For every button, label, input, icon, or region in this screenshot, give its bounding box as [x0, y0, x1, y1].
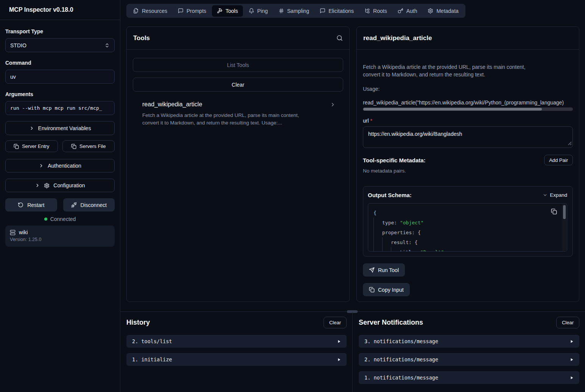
- expand-play-icon: [570, 339, 574, 344]
- code-line: {: [373, 208, 557, 218]
- transport-type-label: Transport Type: [5, 28, 115, 34]
- usage-label: Usage:: [363, 86, 573, 92]
- sidebar: MCP Inspector v0.18.0 Transport Type STD…: [0, 0, 120, 392]
- files-icon: [133, 8, 139, 14]
- restart-button[interactable]: Restart: [5, 198, 57, 212]
- arguments-input[interactable]: [5, 101, 115, 115]
- output-schema-code: { type: "object" properties: { result: {…: [368, 203, 567, 252]
- tab-metadata[interactable]: Metadata: [423, 5, 463, 17]
- chevron-right-icon: [29, 126, 34, 131]
- tree-icon: [364, 8, 370, 14]
- notification-item[interactable]: 1. notifications/message: [359, 371, 579, 384]
- tab-tools[interactable]: Tools: [212, 5, 243, 17]
- scrollbar-thumb[interactable]: [363, 108, 542, 110]
- notifications-title: Server Notifications: [359, 319, 423, 327]
- chevron-right-icon: [35, 183, 40, 188]
- search-icon[interactable]: [336, 35, 343, 41]
- detail-description: Fetch a Wikipedia article at the provide…: [363, 63, 573, 78]
- tab-prompts[interactable]: Prompts: [173, 5, 211, 17]
- message-square-icon: [178, 8, 184, 14]
- configuration-button[interactable]: Configuration: [5, 179, 115, 192]
- clear-history-button[interactable]: Clear: [324, 317, 347, 328]
- tool-name: read_wikipedia_article: [142, 101, 336, 108]
- server-entry-row: Server Entry Servers File: [5, 140, 115, 152]
- required-marker: *: [370, 118, 372, 124]
- bell-icon: [249, 8, 254, 14]
- chevrons-up-down-icon: [104, 43, 110, 48]
- code-line: title: "Result": [373, 247, 557, 252]
- expand-play-icon: [337, 339, 341, 344]
- transport-type-value: STDIO: [10, 42, 26, 48]
- output-schema-section: Output Schema: Expand { type: "object" p…: [363, 186, 573, 257]
- tool-detail-panel: read_wikipedia_article Fetch a Wikipedia…: [356, 26, 579, 302]
- run-tool-button[interactable]: Run Tool: [363, 263, 405, 277]
- url-input[interactable]: https://en.wikipedia.org/wiki/Bangladesh: [363, 126, 573, 148]
- app-title: MCP Inspector v0.18.0: [9, 6, 73, 13]
- history-item[interactable]: 1. initialize: [126, 353, 347, 366]
- tab-resources[interactable]: Resources: [128, 5, 172, 17]
- notification-item[interactable]: 3. notifications/message: [359, 335, 579, 348]
- tools-panel-title: Tools: [133, 34, 150, 42]
- tool-list-item[interactable]: read_wikipedia_article Fetch a Wikipedia…: [127, 101, 349, 127]
- send-icon: [369, 267, 375, 273]
- schema-vertical-scrollbar[interactable]: [562, 204, 566, 251]
- tab-elicitations[interactable]: Elicitations: [315, 5, 359, 17]
- tab-roots[interactable]: Roots: [359, 5, 392, 17]
- authentication-button[interactable]: Authentication: [5, 159, 115, 173]
- main-content: Resources Prompts Tools Ping Sampling El…: [120, 0, 585, 392]
- copy-icon: [71, 144, 76, 149]
- chevron-down-icon: [543, 193, 548, 198]
- hammer-icon: [217, 8, 222, 14]
- notification-item[interactable]: 2. notifications/message: [359, 353, 579, 366]
- transport-type-select[interactable]: STDIO: [5, 38, 115, 52]
- tools-panel: Tools List Tools Clear read_wikipedia_ar…: [126, 26, 350, 302]
- key-icon: [398, 8, 403, 14]
- copy-icon: [14, 144, 19, 149]
- message-square-icon: [320, 8, 325, 14]
- connection-actions-row: Restart Disconnect: [5, 198, 115, 212]
- scrollbar-thumb[interactable]: [563, 205, 566, 219]
- copy-input-button[interactable]: Copy Input: [363, 283, 410, 296]
- tab-ping[interactable]: Ping: [244, 5, 273, 17]
- expand-play-icon: [570, 376, 574, 380]
- disconnect-button[interactable]: Disconnect: [63, 198, 115, 212]
- arguments-label: Arguments: [5, 91, 115, 97]
- detail-panel-title: read_wikipedia_article: [363, 34, 432, 42]
- clear-notifications-button[interactable]: Clear: [556, 317, 579, 328]
- code-line: type: "object": [373, 218, 557, 227]
- tab-sampling[interactable]: Sampling: [274, 5, 314, 17]
- copy-schema-icon[interactable]: [551, 208, 557, 215]
- history-item[interactable]: 2. tools/list: [126, 335, 347, 348]
- usage-horizontal-scrollbar[interactable]: [363, 107, 573, 111]
- sidebar-header: MCP Inspector v0.18.0: [0, 0, 120, 20]
- expand-play-icon: [570, 358, 574, 362]
- environment-variables-button[interactable]: Environment Variables: [5, 121, 115, 135]
- connection-status: Connected: [5, 216, 115, 222]
- clear-tools-button[interactable]: Clear: [133, 78, 343, 92]
- server-version: Version: 1.25.0: [10, 237, 110, 242]
- chevron-right-icon: [39, 163, 44, 168]
- server-info-card: wiki Version: 1.25.0: [5, 226, 115, 247]
- connected-dot-icon: [44, 218, 47, 221]
- add-pair-button[interactable]: Add Pair: [544, 155, 573, 165]
- server-entry-button[interactable]: Server Entry: [5, 140, 58, 152]
- restart-icon: [18, 202, 23, 208]
- metadata-label: Tool-specific Metadata:: [363, 157, 426, 163]
- server-name: wiki: [19, 229, 28, 235]
- expand-play-icon: [337, 358, 341, 362]
- url-field-label: url*: [363, 118, 573, 124]
- chevron-right-icon: [330, 102, 336, 107]
- usage-code: read_wikipedia_article("https://en.wikip…: [363, 100, 573, 106]
- servers-file-button[interactable]: Servers File: [62, 140, 115, 152]
- server-notifications-pane: Server Notifications Clear 3. notificati…: [359, 315, 579, 384]
- expand-schema-button[interactable]: Expand: [543, 192, 567, 198]
- unplug-icon: [71, 202, 77, 208]
- list-tools-button[interactable]: List Tools: [133, 58, 343, 72]
- no-metadata-text: No metadata pairs.: [363, 168, 573, 174]
- vertical-divider: [352, 312, 353, 392]
- history-title: History: [126, 319, 150, 327]
- gear-icon: [44, 183, 50, 188]
- command-input[interactable]: [5, 70, 115, 84]
- gear-icon: [428, 8, 433, 14]
- tab-auth[interactable]: Auth: [393, 5, 422, 17]
